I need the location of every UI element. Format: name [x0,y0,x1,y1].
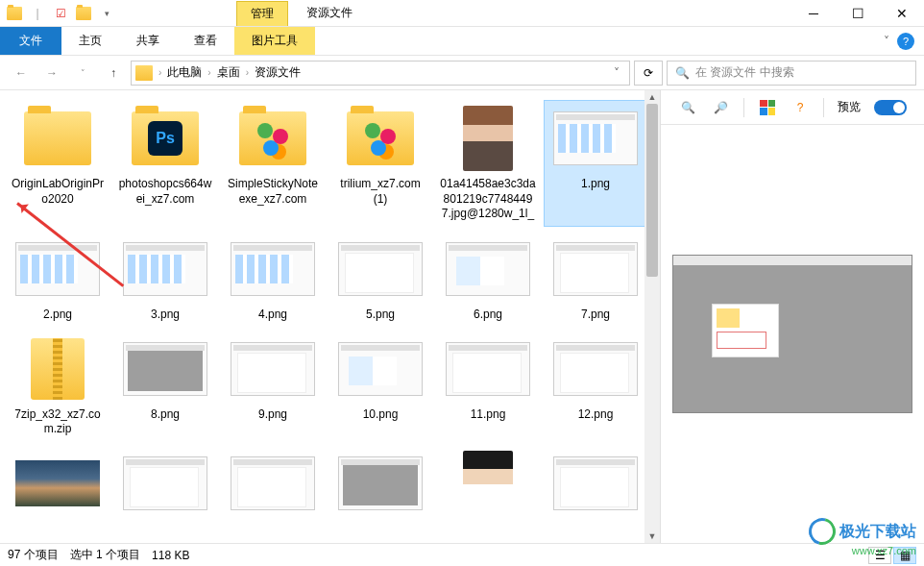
file-thumbnail [227,334,319,404]
dropdown-icon[interactable]: ▾ [96,3,117,24]
file-name: 7zip_x32_xz7.com.zip [10,407,106,437]
file-item[interactable]: 7.png [544,231,647,327]
file-item[interactable]: 01a41458ae3c3da801219c77484497.jpg@1280w… [436,100,540,227]
file-thumbnail [442,234,534,304]
chevron-right-icon[interactable]: › [242,67,253,78]
qat-separator: | [27,3,48,24]
folder-icon [135,65,153,81]
file-item[interactable]: SimpleStickyNoteexe_xz7.com [221,100,325,227]
file-item[interactable]: 8.png [113,331,217,441]
zoom-out-icon[interactable]: 🔍 [678,98,697,117]
help-icon[interactable]: ? [790,98,810,117]
preview-toggle[interactable] [874,100,907,115]
file-item[interactable]: 9.png [221,331,325,441]
file-item[interactable] [221,445,325,526]
watermark-url: www.xz7.com [852,545,916,556]
file-item[interactable]: 12.png [544,331,647,441]
address-dropdown-icon[interactable]: ˅ [608,66,625,80]
breadcrumb-this-pc[interactable]: 此电脑 [167,64,202,81]
ribbon-collapse-icon[interactable]: ˅ [884,35,889,48]
file-item[interactable]: 11.png [436,331,540,441]
file-thumbnail [549,334,642,404]
scroll-up-icon[interactable]: ▲ [644,90,660,104]
maximize-button[interactable]: ☐ [836,0,880,27]
search-input[interactable]: 🔍 在 资源文件 中搜索 [667,61,916,86]
tab-picture-tools[interactable]: 图片工具 [234,27,315,55]
file-item[interactable]: 6.png [436,231,540,327]
scroll-thumb[interactable] [646,104,658,277]
titlebar: | ☑ ▾ 管理 资源文件 ─ ☐ ✕ [0,0,924,27]
file-name: 11.png [471,407,506,423]
tab-file[interactable]: 文件 [0,27,61,55]
file-item[interactable]: 4.png [221,231,325,327]
watermark-logo-icon [804,513,840,550]
file-item[interactable] [328,445,432,526]
chevron-right-icon[interactable]: › [204,67,214,78]
manage-tab-label: 管理 [236,1,288,26]
back-button[interactable]: ← [8,60,35,86]
refresh-button[interactable]: ⟳ [634,61,663,86]
file-item[interactable]: 10.png [328,331,432,441]
breadcrumb: 此电脑 › 桌面 › 资源文件 [167,64,301,81]
divider [743,98,744,117]
forward-button[interactable]: → [38,60,65,86]
scroll-down-icon[interactable]: ▼ [644,529,660,543]
zoom-in-icon[interactable]: 🔎 [711,98,730,117]
folder-icon[interactable] [4,3,25,24]
file-item[interactable]: Psphotoshopcs664wei_xz7.com [113,100,217,227]
file-name: 4.png [258,308,287,323]
file-name: 6.png [474,308,502,323]
file-thumbnail [12,234,104,304]
navigation-bar: ← → ˅ ↑ › 此电脑 › 桌面 › 资源文件 ˅ ⟳ 🔍 在 资源文件 中… [0,56,924,90]
file-item[interactable]: 3.png [113,231,217,327]
file-name: 3.png [151,308,180,323]
file-name: 7.png [581,308,610,323]
file-list[interactable]: OriginLabOriginPro2020Psphotoshopcs664we… [0,90,660,543]
breadcrumb-folder[interactable]: 资源文件 [255,64,301,81]
file-thumbnail [12,104,104,173]
help-icon[interactable]: ? [897,33,914,50]
vertical-scrollbar[interactable]: ▲ ▼ [644,90,660,543]
breadcrumb-desktop[interactable]: 桌面 [217,64,240,81]
window-controls: ─ ☐ ✕ [791,0,924,27]
file-thumbnail [442,334,534,404]
tab-view[interactable]: 查看 [177,27,234,55]
tab-home[interactable]: 主页 [61,27,119,55]
file-thumbnail [442,449,534,518]
status-size: 118 KB [152,549,189,562]
file-name: 2.png [43,308,72,323]
file-thumbnail [119,449,211,518]
file-item[interactable]: 7zip_x32_xz7.com.zip [6,331,109,441]
file-thumbnail [12,334,104,404]
preview-pane: 🔍 🔎 ? 预览 [660,90,924,543]
file-item[interactable]: 1.png [544,100,647,227]
file-thumbnail [334,334,426,404]
file-name: 5.png [366,308,395,323]
file-name: 1.png [581,177,610,192]
address-bar[interactable]: › 此电脑 › 桌面 › 资源文件 ˅ [131,61,630,86]
file-name: 9.png [258,407,287,423]
minimize-button[interactable]: ─ [791,0,836,27]
file-item[interactable] [544,445,647,526]
file-item[interactable] [436,445,540,526]
folder-icon[interactable] [73,3,94,24]
tab-share[interactable]: 共享 [119,27,177,55]
ribbon-tabs: 文件 主页 共享 查看 图片工具 ˅ ? [0,27,924,56]
file-thumbnail [12,449,104,518]
file-item[interactable]: 5.png [328,231,432,327]
file-thumbnail [334,234,426,304]
file-item[interactable] [6,445,109,526]
checkbox-icon[interactable]: ☑ [50,3,71,24]
file-item[interactable]: trilium_xz7.com (1) [328,100,432,227]
file-item[interactable] [113,445,217,526]
up-button[interactable]: ↑ [100,60,127,86]
color-grid-icon[interactable] [758,98,777,117]
close-button[interactable]: ✕ [880,0,924,27]
file-thumbnail [334,449,426,518]
file-thumbnail [334,104,426,173]
file-name: 12.png [578,407,614,423]
file-thumbnail [442,104,534,173]
chevron-right-icon[interactable]: › [155,67,165,78]
file-item[interactable]: 2.png [6,231,109,327]
recent-dropdown[interactable]: ˅ [69,60,96,86]
